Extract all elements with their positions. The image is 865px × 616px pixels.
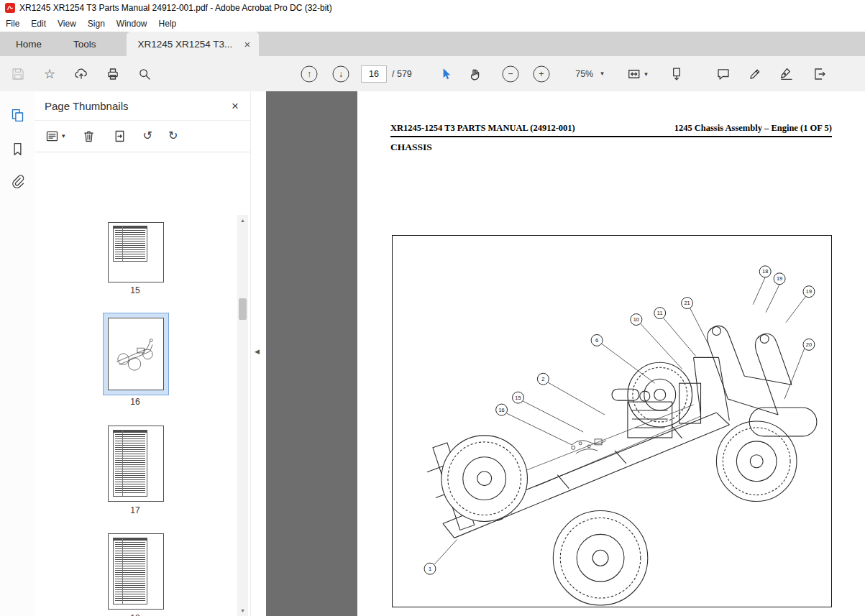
- thumbnail-page-16[interactable]: [108, 318, 164, 390]
- header-rule: [390, 136, 832, 137]
- callout: 19: [803, 286, 815, 298]
- thumbnail-label-18: 18: [108, 613, 163, 616]
- save-button[interactable]: [11, 66, 26, 81]
- callout: 10: [631, 314, 642, 326]
- hand-icon: [468, 66, 483, 81]
- rotate-cw-button[interactable]: ↻: [168, 130, 178, 142]
- panel-title: Page Thumbnails: [45, 100, 128, 112]
- delete-pages-button[interactable]: [81, 129, 96, 144]
- paperclip-icon: [10, 175, 25, 190]
- document-canvas: XR1245-1254 T3 PARTS MANUAL (24912-001) …: [266, 91, 865, 616]
- menu-window[interactable]: Window: [111, 16, 153, 32]
- select-tool-button[interactable]: [439, 66, 454, 81]
- window-title: XR1245 XR1254 T3 Parts Manual 24912-001.…: [19, 3, 332, 13]
- manage-pages-button[interactable]: [112, 129, 127, 144]
- callout: 20: [803, 339, 815, 350]
- previous-page-button[interactable]: ↑: [301, 65, 318, 82]
- thumbnails-panel-toolbar: ▾ ↺ ↻: [35, 120, 250, 152]
- caret-down-icon: ▾: [62, 133, 65, 139]
- thumbnail-label-16: 16: [108, 397, 163, 407]
- zoom-level-dropdown[interactable]: 75% ▾: [575, 69, 604, 79]
- main-toolbar: ☆ ↑ ↓ / 579 − + 75%: [0, 56, 865, 92]
- menu-file[interactable]: File: [0, 16, 25, 32]
- page-thumbnails-panel-button[interactable]: [8, 106, 27, 124]
- thumbnail-page-18[interactable]: [108, 533, 164, 610]
- scroll-down-icon[interactable]: ▼: [237, 605, 248, 616]
- find-button[interactable]: [137, 66, 152, 81]
- attachments-panel-button[interactable]: [8, 173, 27, 191]
- printer-icon: [106, 66, 121, 81]
- pen-nib-icon: [779, 66, 795, 81]
- callout: 11: [654, 308, 666, 319]
- tab-home-label: Home: [16, 39, 42, 50]
- zoom-out-button[interactable]: −: [503, 65, 519, 82]
- thumbnail-page-17[interactable]: [108, 426, 164, 502]
- svg-text:10: 10: [633, 316, 639, 323]
- tab-close-icon[interactable]: ×: [244, 39, 250, 50]
- tab-tools[interactable]: Tools: [58, 32, 112, 56]
- thumbnails-panel: Page Thumbnails × ▾ ↺ ↻ 15: [35, 91, 250, 616]
- next-page-button[interactable]: ↓: [333, 65, 349, 82]
- menubar: File Edit View Sign Window Help: [0, 16, 865, 32]
- navigation-rail: [0, 91, 35, 616]
- bookmark-icon: [10, 142, 25, 157]
- scrolling-page-icon: [669, 66, 685, 81]
- menu-help[interactable]: Help: [153, 16, 183, 32]
- plus-icon: +: [539, 69, 544, 78]
- chassis-illustration: 18 19 19 21 11 10 6 20 2 15 16 1: [393, 236, 831, 607]
- tire-front-far: [716, 421, 797, 502]
- tab-tools-label: Tools: [73, 39, 96, 50]
- thumbnail-options-menu[interactable]: ▾: [45, 129, 65, 144]
- svg-text:16: 16: [498, 407, 504, 413]
- scrollbar-thumb[interactable]: [239, 298, 247, 320]
- fill-sign-button[interactable]: [779, 66, 795, 81]
- pdf-page: XR1245-1254 T3 PARTS MANUAL (24912-001) …: [357, 91, 865, 616]
- hand-tool-button[interactable]: [468, 66, 483, 81]
- svg-text:19: 19: [777, 275, 782, 282]
- page-number-input[interactable]: [361, 65, 387, 83]
- panel-edge: ◀: [250, 91, 267, 616]
- tire-front-near: [553, 511, 647, 605]
- thumbnail-scrollbar[interactable]: ▲ ▼: [237, 215, 248, 616]
- rotate-ccw-button[interactable]: ↺: [143, 130, 152, 142]
- export-pdf-button[interactable]: [813, 66, 828, 81]
- highlight-button[interactable]: [748, 66, 763, 81]
- page-header-right: 1245 Chassis Assembly – Engine (1 OF 5): [674, 123, 832, 134]
- menu-view[interactable]: View: [52, 16, 82, 32]
- tab-home[interactable]: Home: [0, 32, 58, 56]
- tire-rear-near: [441, 436, 528, 522]
- panel-close-icon[interactable]: ×: [232, 100, 239, 112]
- scroll-up-icon[interactable]: ▲: [237, 215, 248, 226]
- muffler: [749, 408, 817, 436]
- tab-document[interactable]: XR1245 XR1254 T3... ×: [127, 32, 260, 56]
- thumbnails-panel-header: Page Thumbnails ×: [35, 91, 250, 121]
- star-icon: ☆: [44, 68, 55, 81]
- zoom-in-button[interactable]: +: [534, 65, 550, 82]
- tab-document-label: XR1245 XR1254 T3...: [138, 39, 233, 50]
- svg-text:11: 11: [657, 310, 663, 316]
- bookmarks-panel-button[interactable]: [8, 139, 27, 158]
- mini-table: [113, 226, 147, 262]
- comment-button[interactable]: [716, 66, 731, 81]
- print-button[interactable]: [106, 66, 121, 81]
- thumbnail-label-17: 17: [108, 505, 163, 515]
- share-cloud-button[interactable]: [74, 66, 89, 81]
- callout: 16: [496, 404, 508, 415]
- mini-chassis-drawing: [111, 331, 160, 373]
- zoom-value: 75%: [575, 69, 593, 79]
- caret-down-icon: ▾: [600, 70, 604, 77]
- thumbnail-page-15[interactable]: [108, 222, 164, 282]
- fit-width-dropdown[interactable]: ▾: [626, 66, 648, 81]
- menu-sign[interactable]: Sign: [82, 16, 111, 32]
- engine: [612, 389, 672, 438]
- svg-text:20: 20: [806, 341, 812, 348]
- trash-icon: [81, 129, 96, 144]
- minus-icon: −: [508, 69, 513, 78]
- page-scrolling-button[interactable]: [669, 66, 685, 81]
- page-count: / 579: [392, 69, 412, 79]
- collapse-panel-handle[interactable]: ◀: [255, 349, 260, 355]
- svg-text:2: 2: [541, 376, 544, 382]
- favorites-button[interactable]: ☆: [44, 68, 55, 81]
- callout: 2: [537, 373, 549, 385]
- menu-edit[interactable]: Edit: [25, 16, 52, 32]
